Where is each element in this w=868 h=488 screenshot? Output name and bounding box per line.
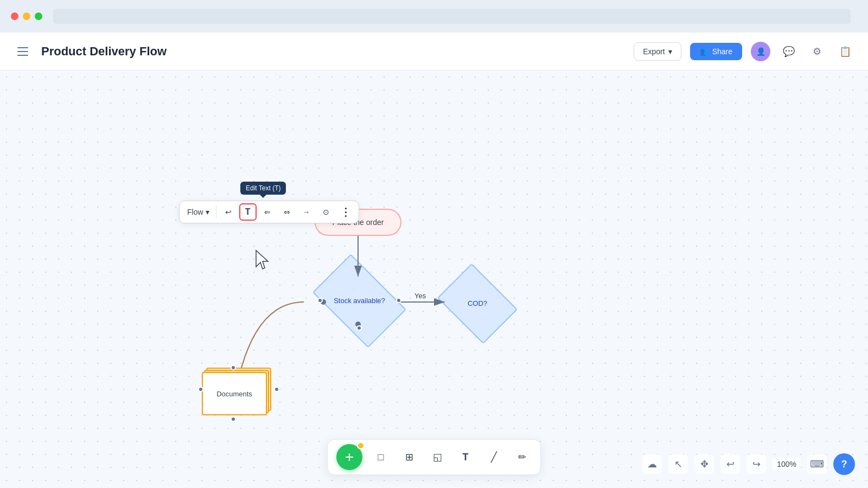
card-tool-button[interactable]: ◱ — [427, 447, 447, 467]
settings-icon[interactable]: ⚙ — [807, 42, 827, 61]
export-label: Export — [643, 47, 665, 56]
conn-dot-left — [317, 298, 323, 303]
conn-dot-doc-left — [198, 387, 203, 392]
chevron-down-icon: ▾ — [668, 47, 672, 56]
node-documents[interactable]: Documents — [201, 368, 277, 419]
arrow-both-button[interactable]: ⇔ — [278, 203, 296, 221]
maximize-traffic-light[interactable] — [35, 12, 42, 20]
node-cod[interactable]: COD? — [445, 279, 510, 328]
diagram-title: Product Delivery Flow — [41, 44, 625, 59]
rectangle-tool-button[interactable]: □ — [371, 447, 391, 467]
zoom-level[interactable]: 100% — [773, 458, 801, 471]
redo-button[interactable]: ↪ — [746, 454, 766, 474]
style-button[interactable]: ⊙ — [317, 203, 335, 221]
connections-layer: Yes — [0, 70, 868, 488]
url-bar[interactable] — [53, 9, 851, 24]
text-tool-button[interactable]: T — [239, 203, 257, 221]
flow-dropdown-chevron: ▾ — [206, 208, 209, 216]
documents-label: Documents — [216, 390, 252, 398]
title-bar — [0, 0, 868, 33]
bottom-toolbar: + □ ⊞ ◱ T ╱ ✏ — [327, 439, 541, 475]
minimize-traffic-light[interactable] — [23, 12, 30, 20]
arrow-right-button[interactable]: → — [298, 203, 315, 221]
share-label: Share — [712, 47, 732, 56]
toolbar-separator-1 — [216, 206, 216, 219]
doc-paper-front: Documents — [202, 372, 267, 415]
share-button[interactable]: 👥 Share — [690, 43, 742, 60]
add-button-badge — [357, 442, 365, 450]
hamburger-line-1 — [17, 47, 28, 48]
comment-icon[interactable]: 💬 — [779, 42, 799, 61]
flow-label-text: Flow — [187, 208, 203, 216]
text-tool-button-bottom[interactable]: T — [456, 447, 475, 467]
conn-dot-right — [396, 298, 401, 303]
line-tool-button[interactable]: ╱ — [484, 447, 503, 467]
header-right-icons: 💬 ⚙ 📋 — [779, 42, 855, 61]
pen-tool-button[interactable]: ✏ — [512, 447, 532, 467]
close-traffic-light[interactable] — [11, 12, 18, 20]
undo-button[interactable]: ↩ — [720, 454, 740, 474]
edit-text-tooltip: Edit Text (T) — [240, 182, 286, 195]
node-stock-available-label: Stock available? — [320, 274, 399, 328]
arrow-left-button[interactable]: ⇐ — [259, 203, 276, 221]
conn-dot-doc-bottom — [231, 416, 236, 422]
canvas[interactable]: Yes Edit Text (T) Flow ▾ ↩ T ⇐ ⇔ → ⊙ ⋮ P… — [0, 70, 868, 488]
undo-arc-button[interactable]: ↩ — [220, 203, 237, 221]
move-tool-icon[interactable]: ✥ — [694, 454, 714, 474]
export-button[interactable]: Export ▾ — [634, 42, 681, 61]
conn-dot-bottom — [356, 325, 362, 331]
node-cod-label: COD? — [445, 279, 510, 328]
avatar[interactable]: 👤 — [751, 42, 770, 61]
menu-button[interactable] — [13, 42, 33, 61]
flow-dropdown[interactable]: Flow ▾ — [184, 206, 213, 219]
cloud-save-icon[interactable]: ☁ — [642, 454, 662, 474]
hamburger-line-3 — [17, 55, 28, 56]
node-stock-available[interactable]: Stock available? — [320, 274, 399, 328]
conn-dot-doc-top — [231, 365, 236, 370]
documents-stack: Documents — [201, 368, 271, 416]
add-button[interactable]: + — [336, 444, 362, 470]
document-icon[interactable]: 📋 — [835, 42, 855, 61]
hamburger-line-2 — [17, 51, 28, 52]
avatar-initials: 👤 — [756, 47, 765, 56]
floating-toolbar: Flow ▾ ↩ T ⇐ ⇔ → ⊙ ⋮ — [179, 201, 359, 223]
help-button[interactable]: ? — [833, 453, 855, 475]
select-cursor-icon[interactable]: ↖ — [668, 454, 688, 474]
bottom-right-toolbar: ☁ ↖ ✥ ↩ ↪ 100% ⌨ ? — [642, 453, 855, 475]
svg-text:Yes: Yes — [414, 292, 426, 300]
keyboard-shortcut-icon[interactable]: ⌨ — [807, 454, 827, 474]
more-options-button[interactable]: ⋮ — [337, 203, 354, 221]
share-icon: 👥 — [700, 47, 709, 56]
cursor-pointer — [252, 249, 276, 278]
table-tool-button[interactable]: ⊞ — [399, 447, 419, 467]
main-header: Product Delivery Flow Export ▾ 👥 Share 👤… — [0, 33, 868, 70]
conn-dot-doc-right — [274, 387, 279, 392]
